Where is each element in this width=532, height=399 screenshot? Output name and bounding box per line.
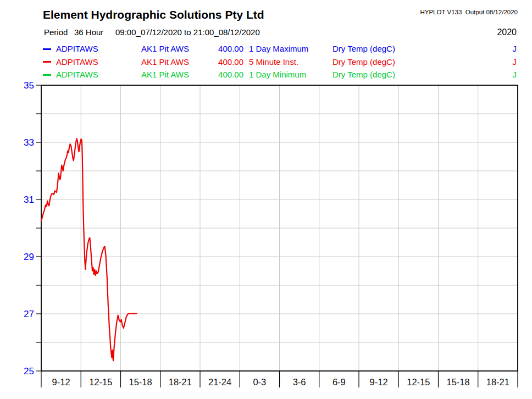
y-axis-label: 31 xyxy=(24,195,34,205)
x-axis-label: 18-21 xyxy=(486,377,509,387)
y-axis-label: 27 xyxy=(24,309,34,319)
trace-5-minute-inst- xyxy=(41,138,136,361)
x-axis-label: 15-18 xyxy=(447,377,470,387)
x-axis-label: 12-15 xyxy=(89,377,112,387)
x-axis-label: 0-3 xyxy=(253,377,266,387)
y-axis-label: 33 xyxy=(24,137,34,148)
x-axis-label: 18-21 xyxy=(169,377,192,387)
temperature-chart: 3533312927259-1212-1515-1818-2121-240-33… xyxy=(0,0,532,399)
x-axis-label: 9-12 xyxy=(370,377,388,387)
x-axis-label: 15-18 xyxy=(129,377,152,387)
x-axis-label: 3-6 xyxy=(293,377,306,387)
y-axis-label: 25 xyxy=(24,366,34,376)
y-axis-label: 35 xyxy=(24,80,34,91)
x-axis-label: 12-15 xyxy=(407,377,430,387)
x-axis-label: 21-24 xyxy=(208,377,231,387)
x-axis-label: 9-12 xyxy=(52,377,70,387)
x-axis-label: 6-9 xyxy=(332,377,346,387)
y-axis-label: 29 xyxy=(24,252,34,262)
